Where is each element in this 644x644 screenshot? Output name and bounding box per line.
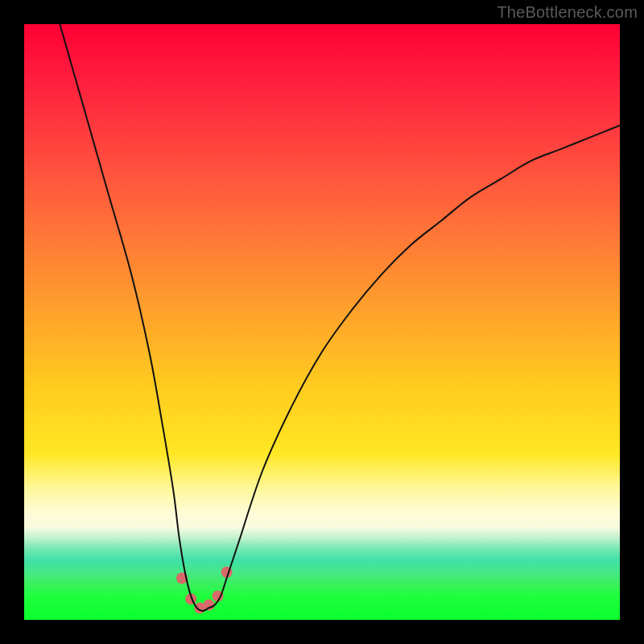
plot-frame: TheBottleneck.com (0, 0, 644, 644)
curve-layer (24, 24, 620, 620)
bottleneck-curve (60, 24, 620, 611)
plot-area (24, 24, 620, 620)
minimum-marker (203, 600, 214, 611)
attribution-text: TheBottleneck.com (497, 3, 638, 22)
